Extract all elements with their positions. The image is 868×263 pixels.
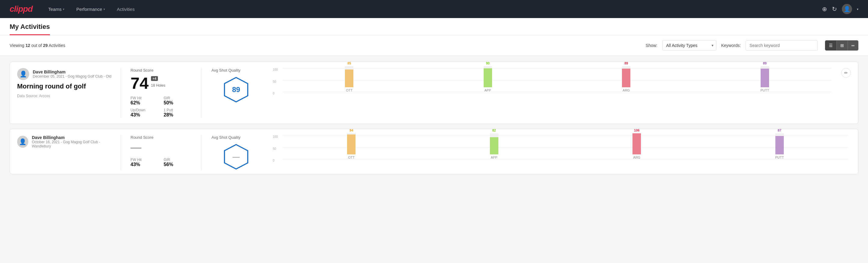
hexagon: 89 xyxy=(223,76,250,103)
teams-chevron-icon: ▾ xyxy=(63,7,64,11)
bar-fill-app-2 xyxy=(490,137,498,154)
viewing-text: Viewing 12 out of 29 Activities xyxy=(10,43,641,48)
hexagon-2: — xyxy=(223,143,250,170)
user-info: Dave Billingham December 05, 2021 - Gog … xyxy=(33,69,111,79)
user-row: 👤 Dave Billingham December 05, 2021 - Go… xyxy=(17,68,114,80)
fw-hit-stat: FW Hit 62% xyxy=(130,96,159,106)
list-dense-icon: ☰ xyxy=(829,43,833,48)
bar-fill-app xyxy=(484,68,492,87)
bar-wrapper-ott xyxy=(345,66,353,87)
add-icon[interactable]: ⊕ xyxy=(822,5,827,12)
view-toggle-list-dense[interactable]: ☰ xyxy=(825,40,837,50)
grid-line-top-2 xyxy=(282,135,848,136)
updown-stat: Up/Down 43% xyxy=(130,108,159,118)
bar-wrapper-app xyxy=(484,66,492,87)
bar-wrapper-putt-2 xyxy=(775,133,784,154)
nav-activities-label: Activities xyxy=(117,7,135,12)
bar-fill-arg-2 xyxy=(632,133,641,154)
page-title: My Activities xyxy=(10,23,50,35)
nav-performance[interactable]: Performance ▾ xyxy=(75,4,106,14)
activity-title: Morning round of golf xyxy=(17,83,114,90)
performance-chevron-icon: ▾ xyxy=(103,7,105,11)
card-stats: Round Score 74 +4 18 Holes FW Hit 62% GI… xyxy=(128,68,194,118)
bar-value-putt-2: 87 xyxy=(778,128,781,132)
bar-value-arg-2: 106 xyxy=(634,128,640,132)
user-row-2: 👤 Dave Billingham October 16, 2021 - Gog… xyxy=(17,135,114,148)
one-putt-stat: 1 Putt 28% xyxy=(164,108,192,118)
y-label-50-2: 50 xyxy=(273,147,278,150)
fw-hit-label-2: FW Hit xyxy=(130,158,159,162)
activity-card-2: 👤 Dave Billingham October 16, 2021 - Gog… xyxy=(10,129,858,174)
avatar[interactable]: 👤 xyxy=(842,4,852,14)
card-divider-4 xyxy=(202,135,202,170)
grid-line-bottom xyxy=(282,92,832,92)
one-putt-label: 1 Putt xyxy=(164,108,192,112)
view-toggle-grid[interactable]: ⊞ xyxy=(837,40,848,50)
chart-col-app-2: 82 APP xyxy=(425,128,563,159)
bar-wrapper-app-2 xyxy=(490,133,498,154)
logo[interactable]: clippd xyxy=(10,4,32,14)
hexagon-value: 89 xyxy=(232,85,240,94)
round-score-label-2: Round Score xyxy=(130,135,192,140)
chart-col-app: 90 APP xyxy=(421,61,555,92)
gir-value: 50% xyxy=(164,100,192,106)
navbar: clippd Teams ▾ Performance ▾ Activities … xyxy=(0,0,868,18)
bar-wrapper-arg-2 xyxy=(632,133,641,154)
viewing-middle: out of xyxy=(30,43,43,48)
bar-fill-putt xyxy=(761,68,769,87)
bars-container-2: 94 OTT 82 APP 106 xyxy=(282,135,848,159)
gir-label-2: GIR xyxy=(164,158,192,162)
bar-wrapper-arg xyxy=(622,66,630,87)
data-source: Data Source: Arccos xyxy=(17,94,114,98)
bar-value-putt: 89 xyxy=(763,61,767,65)
nav-activities[interactable]: Activities xyxy=(116,4,136,14)
bar-value-app: 90 xyxy=(486,61,490,65)
activity-card: 👤 Dave Billingham December 05, 2021 - Go… xyxy=(10,62,858,124)
gir-label: GIR xyxy=(164,96,192,100)
chart-container-2: 100 50 0 94 OTT 82 xyxy=(273,135,848,168)
viewing-count: 12 xyxy=(26,43,30,48)
round-score-row-2: — xyxy=(130,142,192,153)
chart-col-putt-2: 87 PUTT xyxy=(711,128,849,159)
card-left: 👤 Dave Billingham December 05, 2021 - Go… xyxy=(17,68,114,98)
user-date: December 05, 2021 - Gog Magog Golf Club … xyxy=(33,74,111,79)
nav-teams[interactable]: Teams ▾ xyxy=(47,4,65,14)
chart-col-arg-2: 106 ARG xyxy=(568,128,706,159)
bar-value-ott-2: 94 xyxy=(349,128,353,132)
grid-line-top xyxy=(282,68,832,68)
card-quality: Avg Shot Quality 89 xyxy=(209,68,263,103)
view-toggle-group: ☰ ⊞ ═ xyxy=(825,40,858,51)
gir-value-2: 56% xyxy=(164,162,192,167)
avg-shot-quality-label-2: Avg Shot Quality xyxy=(211,135,241,140)
avatar-icon-2: 👤 xyxy=(19,138,27,145)
nav-right: ⊕ ↻ 👤 ▾ xyxy=(822,4,858,14)
page-header: My Activities xyxy=(0,18,868,35)
chart-container: 100 50 0 85 OTT xyxy=(273,68,832,101)
activity-type-select[interactable]: All Activity Types xyxy=(662,40,716,51)
edit-button[interactable]: ✏ xyxy=(841,68,851,78)
view-toggle-list-expanded[interactable]: ═ xyxy=(848,40,858,50)
grid-icon: ⊞ xyxy=(840,43,844,48)
bar-fill-putt-2 xyxy=(775,136,784,154)
search-input[interactable] xyxy=(746,40,818,51)
activity-type-select-wrapper[interactable]: All Activity Types ▾ xyxy=(662,40,716,51)
bar-value-arg: 89 xyxy=(624,61,628,65)
card-stats-2: Round Score — FW Hit 43% GIR 56% xyxy=(128,135,194,167)
stats-grid-2: FW Hit 43% GIR 56% xyxy=(130,158,192,167)
avatar-icon: 👤 xyxy=(844,6,850,12)
card-quality-2: Avg Shot Quality — xyxy=(209,135,263,170)
viewing-suffix: Activities xyxy=(48,43,65,48)
score-badge: +4 xyxy=(151,76,158,81)
y-label-50: 50 xyxy=(273,80,278,83)
bar-wrapper-ott-2 xyxy=(347,133,355,154)
updown-value: 43% xyxy=(130,112,159,118)
score-holes: 18 Holes xyxy=(151,83,165,88)
avatar-icon: 👤 xyxy=(20,70,27,78)
bar-fill-ott-2 xyxy=(347,135,355,154)
hexagon-container: 89 xyxy=(211,76,261,103)
list-expanded-icon: ═ xyxy=(851,43,855,48)
refresh-icon[interactable]: ↻ xyxy=(832,5,837,12)
user-name: Dave Billingham xyxy=(33,69,111,74)
bars-container: 85 OTT 90 APP 89 xyxy=(282,68,832,92)
avatar: 👤 xyxy=(17,68,29,80)
